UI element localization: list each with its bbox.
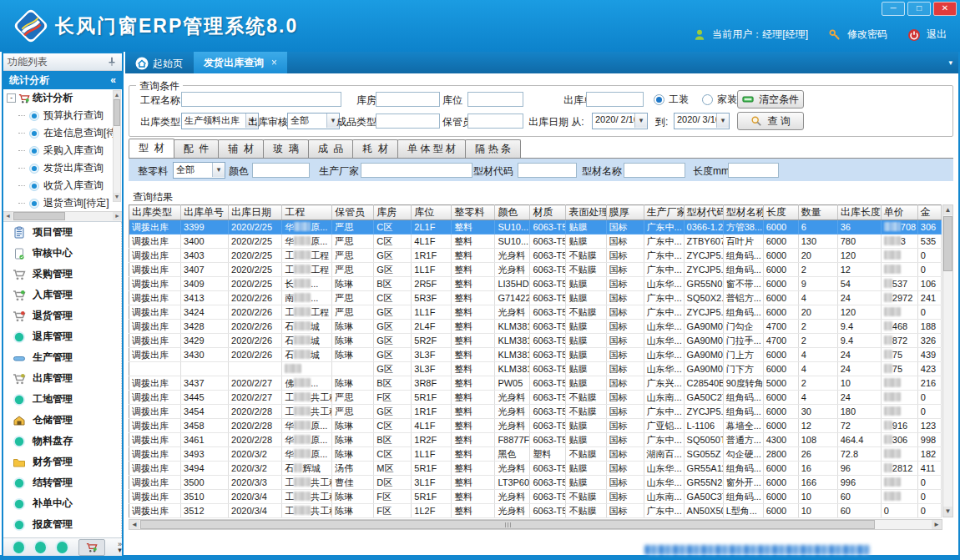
sidebar-item-采购管理[interactable]: 采购管理 xyxy=(3,264,121,285)
table-row[interactable]: 调拨出库34092020/2/25长...陈琳B区2R5F整料LI35HD606… xyxy=(129,277,942,291)
sidebar-item-生产管理[interactable]: 生产管理 xyxy=(3,347,121,368)
scroll-thumb[interactable] xyxy=(13,212,65,220)
close-button[interactable]: ✕ xyxy=(933,2,957,16)
product-type-input[interactable] xyxy=(376,114,440,129)
keeper-input[interactable] xyxy=(467,114,523,129)
material-tab-3[interactable]: 辅 材 xyxy=(218,139,264,158)
scroll-up-icon[interactable]: ▲ xyxy=(114,91,120,99)
sidebar-item-出库管理[interactable]: 出库管理 xyxy=(3,368,121,389)
tree-vertical-scrollbar[interactable]: ▲ ▼ xyxy=(113,90,121,202)
tree-item[interactable]: 收货入库查询 xyxy=(3,177,122,194)
column-header-出库类型[interactable]: 出库类型 xyxy=(129,205,181,220)
column-header-长度[interactable]: 长度 xyxy=(763,205,798,220)
table-row[interactable]: 调拨出库34132020/2/26南...严思C区5R3F整料G71422606… xyxy=(129,291,942,305)
home-decor-radio[interactable] xyxy=(702,94,713,105)
profile-code-input[interactable] xyxy=(518,163,577,178)
tab-shipping-outbound-query[interactable]: 发货出库查询 × xyxy=(194,52,287,73)
column-header-单价[interactable]: 单价 xyxy=(881,205,917,220)
tab-home[interactable]: 起始页 xyxy=(130,54,188,73)
module-mini-icon[interactable] xyxy=(57,542,68,553)
scroll-left-icon[interactable]: ◄ xyxy=(3,212,13,220)
sidebar-item-财务管理[interactable]: 财务管理 xyxy=(3,452,121,472)
tree-item[interactable]: 退货查询[待定] xyxy=(3,194,122,211)
scroll-thumb[interactable] xyxy=(114,99,120,126)
scroll-down-icon[interactable]: ▼ xyxy=(943,507,952,517)
scroll-left-icon[interactable]: ◄ xyxy=(129,520,139,529)
sidebar-item-入库管理[interactable]: 入库管理 xyxy=(3,285,121,305)
table-row[interactable]: 调拨出库35122020/3/4工共工程陈琳F区1L2F整料光身料6063-T5… xyxy=(129,504,942,518)
column-header-出库单号[interactable]: 出库单号 xyxy=(181,205,229,220)
tree-item[interactable]: 采购入库查询 xyxy=(3,142,122,159)
material-tab-2[interactable]: 配 件 xyxy=(174,139,220,158)
sidebar-item-退库管理[interactable]: 退库管理 xyxy=(3,326,121,347)
profile-name-input[interactable] xyxy=(624,163,685,178)
scroll-right-icon[interactable]: ► xyxy=(113,212,122,220)
column-header-型材名称[interactable]: 型材名称 xyxy=(723,205,763,220)
sidebar-item-项目管理[interactable]: 项目管理 xyxy=(3,222,121,243)
module-mini-icon[interactable] xyxy=(13,542,24,553)
whole-part-select[interactable]: 全部 xyxy=(173,162,225,179)
color-input[interactable] xyxy=(252,163,310,178)
material-tab-4[interactable]: 玻 璃 xyxy=(263,139,309,158)
tree-root[interactable]: - 统计分析 xyxy=(3,89,122,107)
active-module-button[interactable] xyxy=(78,539,105,556)
column-header-工程[interactable]: 工程 xyxy=(282,205,332,220)
tree-item[interactable]: 在途信息查询[待 xyxy=(3,124,122,142)
column-header-生产厂家[interactable]: 生产厂家 xyxy=(644,205,684,220)
column-header-型材代码[interactable]: 型材代码 xyxy=(684,205,723,220)
scroll-thumb[interactable] xyxy=(943,216,952,271)
tab-overflow-icon[interactable]: ▾ xyxy=(948,58,952,67)
table-row[interactable]: 调拨出库34002020/2/25华原...严思C区4L1F整料SU10...6… xyxy=(129,235,942,249)
column-header-颜色[interactable]: 颜色 xyxy=(495,205,530,220)
industrial-radio[interactable] xyxy=(654,94,664,105)
table-row[interactable]: 调拨出库34542020/2/28工共工程严思G区1R1F整料光身料6063-T… xyxy=(129,405,942,419)
table-row[interactable]: 调拨出库34242020/2/26工工程严思G区1L1F整料光身料6063-T5… xyxy=(129,305,942,320)
column-header-库房[interactable]: 库房 xyxy=(374,205,412,220)
date-to-picker[interactable]: 2020/ 3/16 xyxy=(674,113,730,129)
column-header-表面处理[interactable]: 表面处理 xyxy=(566,205,606,220)
location-input[interactable] xyxy=(467,92,523,107)
date-from-picker[interactable]: 2020/ 2/16 xyxy=(592,113,648,129)
scroll-down-icon[interactable]: ▼ xyxy=(114,193,120,201)
collapse-icon[interactable]: « xyxy=(110,74,116,86)
sidebar-item-退货管理[interactable]: 退货管理 xyxy=(3,305,121,326)
module-mini-icon[interactable] xyxy=(35,542,46,553)
scroll-up-icon[interactable]: ▲ xyxy=(943,205,952,215)
column-header-材质[interactable]: 材质 xyxy=(530,205,566,220)
column-header-膜厚[interactable]: 膜厚 xyxy=(606,205,644,220)
sidebar-item-补单中心[interactable]: 补单中心 xyxy=(3,493,121,514)
table-row[interactable]: 调拨出库35102020/3/4工共工程陈琳F区5R1F整料光身料6063-T5… xyxy=(129,490,942,504)
table-row[interactable]: 调拨出库34942020/3/2石辉城汤伟M区5R1F整料光身料6063-T5贴… xyxy=(129,462,942,476)
tree-horizontal-scrollbar[interactable]: ◄ ► xyxy=(3,211,122,222)
clear-conditions-button[interactable]: 清空条件 xyxy=(737,90,804,108)
column-header-库位[interactable]: 库位 xyxy=(412,205,452,220)
table-row[interactable]: 调拨出库34452020/2/27工共工程严思F区5R1F整料光身料6063-T… xyxy=(129,391,942,405)
table-row[interactable]: 调拨出库34032020/2/25工工程严思G区1R1F整料光身料6063-T5… xyxy=(129,249,942,263)
order-no-input[interactable] xyxy=(586,92,644,107)
table-row[interactable]: 调拨出库34372020/2/27佛...陈琳B区3R8F整料PW056063-… xyxy=(129,376,942,391)
material-tab-1[interactable]: 型 材 xyxy=(129,139,174,158)
sidebar-item-审核中心[interactable]: 审核中心 xyxy=(3,243,121,264)
table-row[interactable]: 调拨出库35002020/3/3工共工程曹佳D区3L1F整料LT3P606063… xyxy=(129,476,942,490)
column-header-出库日期[interactable]: 出库日期 xyxy=(229,205,282,220)
maker-input[interactable] xyxy=(361,163,472,178)
table-row[interactable]: 调拨出库34582020/2/28华原...陈琳C区4L1F整料光身料6063-… xyxy=(129,419,942,433)
table-row[interactable]: 调拨出库34282020/2/26石城陈琳G区2L4F整料KLM38176063… xyxy=(129,320,942,334)
table-row[interactable]: 调拨出库34072020/2/25工工程严思G区1L1F整料光身料6063-T5… xyxy=(129,263,942,277)
sidebar-item-工地管理[interactable]: 工地管理 xyxy=(3,389,121,410)
tree-expander-icon[interactable]: - xyxy=(7,93,16,103)
material-tab-7[interactable]: 单 体 型 材 xyxy=(397,139,466,158)
logout-link[interactable]: 退出 xyxy=(927,28,947,42)
scroll-right-icon[interactable]: ► xyxy=(932,520,942,529)
table-row[interactable]: 调拨出库34932020/3/2华原...陈琳C区1L1F整料黑色塑料不贴膜国标… xyxy=(129,447,942,462)
search-button[interactable]: 查 询 xyxy=(737,112,804,130)
table-horizontal-scrollbar[interactable]: ◄ ► xyxy=(129,519,942,530)
table-row[interactable]: G区3L3F整料KLM38176063-T5贴膜国标山东华...GA90M09.… xyxy=(129,362,942,376)
material-tab-5[interactable]: 成 品 xyxy=(308,139,354,158)
sidebar-section-header[interactable]: 统计分析 « xyxy=(3,71,122,89)
sidebar-item-报废管理[interactable]: 报废管理 xyxy=(3,514,121,535)
minimize-button[interactable]: ─ xyxy=(882,2,905,16)
tab-close-icon[interactable]: × xyxy=(271,57,277,68)
warehouse-input[interactable] xyxy=(376,92,440,107)
sidebar-item-仓储管理[interactable]: 仓储管理 xyxy=(3,410,121,431)
